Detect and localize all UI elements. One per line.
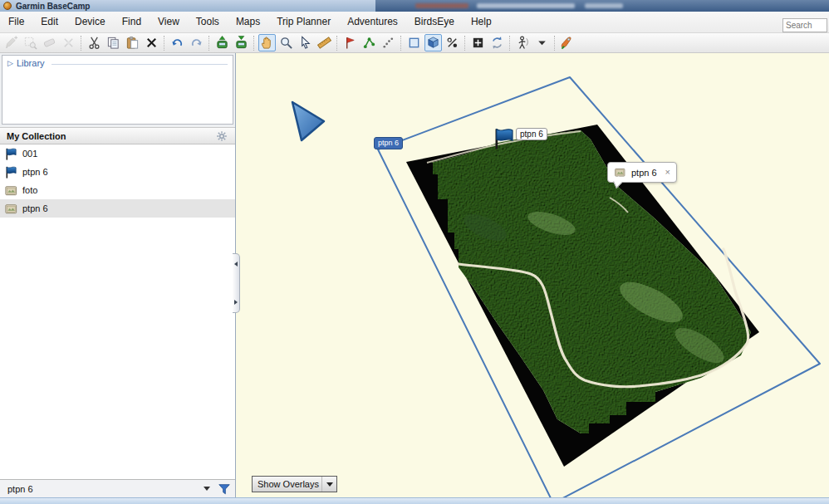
- square-icon: [407, 36, 421, 50]
- red-flag-icon: [343, 36, 357, 50]
- adventures-publish-button[interactable]: [559, 34, 576, 51]
- percent-icon: [445, 36, 459, 50]
- photo-tooltip-label: ptpn 6: [631, 168, 657, 178]
- select-region-button[interactable]: [22, 34, 39, 51]
- collection-item-001[interactable]: 001: [0, 144, 235, 163]
- tooltip-close-button[interactable]: ×: [665, 168, 670, 177]
- area-view-button[interactable]: [405, 34, 423, 51]
- scissors-icon: [87, 36, 101, 50]
- menu-item-maps[interactable]: Maps: [228, 12, 268, 32]
- menu-item-adventures[interactable]: Adventures: [339, 12, 406, 32]
- sync-device-button[interactable]: [488, 34, 506, 51]
- filter-dropdown-caret-icon[interactable]: [204, 487, 210, 491]
- pan-tool-button[interactable]: [258, 34, 276, 51]
- list-item-label: ptpn 6: [22, 167, 48, 177]
- toolbar: [0, 33, 829, 53]
- cursor-arrow-icon: [298, 36, 312, 50]
- library-panel: ▷ Library: [2, 55, 233, 125]
- collection-item-ptpn6-waypoint[interactable]: ptpn 6: [0, 163, 235, 181]
- menu-item-tools[interactable]: Tools: [188, 12, 228, 32]
- collection-item-ptpn6-photo[interactable]: ptpn 6: [0, 199, 235, 218]
- menu-item-trip-planner[interactable]: Trip Planner: [268, 12, 339, 32]
- sidebar: ▷ Library My Collection 001 ptpn 6: [0, 53, 236, 497]
- new-item-button[interactable]: [2, 34, 20, 51]
- device-upload-icon: [215, 36, 229, 50]
- new-track-button[interactable]: [380, 34, 397, 51]
- collapse-right-arrow-icon: [234, 300, 238, 305]
- activity-profile-caret[interactable]: [533, 34, 551, 51]
- send-to-device-button[interactable]: [213, 34, 231, 51]
- collection-filter-bar: ptpn 6: [0, 479, 235, 497]
- my-collection-header: My Collection: [0, 127, 235, 144]
- select-tool-button[interactable]: [297, 34, 314, 51]
- track-dots-icon: [381, 36, 395, 50]
- erase-button[interactable]: [41, 34, 58, 51]
- magnifier-icon: [279, 36, 293, 50]
- refresh-arrows-icon: [490, 36, 504, 50]
- pencil-icon: [4, 36, 18, 50]
- receive-from-device-button[interactable]: [233, 34, 250, 51]
- birdseye-selection-tag[interactable]: ptpn 6: [374, 137, 403, 149]
- menu-item-birdseye[interactable]: BirdsEye: [406, 12, 463, 32]
- copy-button[interactable]: [105, 34, 122, 51]
- redo-arrow-icon: [189, 36, 204, 50]
- cut-button[interactable]: [86, 34, 103, 51]
- list-item-label: 001: [22, 149, 37, 159]
- collection-item-foto[interactable]: foto: [0, 181, 235, 199]
- menu-item-device[interactable]: Device: [66, 12, 114, 32]
- window-title: Garmin BaseCamp: [16, 2, 90, 11]
- paste-button[interactable]: [124, 34, 141, 51]
- menu-item-view[interactable]: View: [150, 12, 188, 32]
- zoom-tool-button[interactable]: [277, 34, 295, 51]
- hand-icon: [260, 36, 274, 50]
- window-bottom-edge: [0, 497, 829, 504]
- device-download-icon: [234, 36, 248, 50]
- new-waypoint-button[interactable]: [341, 34, 359, 51]
- view-3d-button[interactable]: [424, 34, 442, 51]
- undo-button[interactable]: [169, 34, 186, 51]
- delete-x-icon: [145, 36, 159, 50]
- ruler-icon: [317, 36, 331, 50]
- measure-tool-button[interactable]: [316, 34, 333, 51]
- route-icon: [362, 36, 376, 50]
- waypoint-label[interactable]: ptpn 6: [516, 128, 547, 140]
- clipboard-icon: [125, 36, 140, 50]
- collection-list: 001 ptpn 6 foto ptpn 6: [0, 144, 235, 479]
- filter-funnel-icon[interactable]: [218, 482, 231, 496]
- new-route-button[interactable]: [361, 34, 378, 51]
- my-collection-title: My Collection: [7, 131, 66, 141]
- library-label[interactable]: Library: [17, 58, 45, 68]
- blue-flag-icon: [4, 147, 18, 161]
- person-icon: [516, 36, 530, 50]
- redo-button[interactable]: [188, 34, 205, 51]
- activity-profile-button[interactable]: [514, 34, 532, 51]
- delete-button[interactable]: [143, 34, 160, 51]
- search-input[interactable]: [782, 18, 827, 32]
- center-map-button[interactable]: [469, 34, 487, 51]
- library-expander-icon[interactable]: ▷: [7, 59, 13, 67]
- rocket-icon: [561, 36, 575, 50]
- position-arrow-icon[interactable]: [292, 102, 324, 140]
- menu-item-help[interactable]: Help: [463, 12, 500, 32]
- photo-icon: [4, 202, 18, 216]
- collection-settings-button[interactable]: [215, 130, 228, 143]
- undo-arrow-icon: [170, 36, 184, 50]
- chevron-down-icon: [326, 482, 333, 487]
- sidebar-collapse-handle[interactable]: [233, 253, 240, 313]
- menu-item-find[interactable]: Find: [114, 12, 150, 32]
- app-logo-icon: [3, 2, 12, 10]
- marquee-select-icon: [23, 36, 37, 50]
- photo-tooltip[interactable]: ptpn 6 ×: [607, 162, 677, 183]
- chevron-down-icon: [535, 36, 549, 50]
- list-item-label: ptpn 6: [22, 203, 48, 213]
- filter-value[interactable]: ptpn 6: [7, 484, 33, 494]
- show-overlays-label: Show Overlays: [253, 479, 319, 489]
- photo-icon: [4, 183, 18, 198]
- cube-3d-icon: [426, 36, 440, 50]
- menu-item-edit[interactable]: Edit: [32, 12, 66, 32]
- show-overlays-dropdown[interactable]: Show Overlays: [252, 476, 337, 492]
- map-canvas[interactable]: ptpn 6 ptpn 6 ptpn 6 × Show Overlays: [236, 53, 829, 497]
- divide-button[interactable]: [60, 34, 77, 51]
- menu-item-file[interactable]: File: [0, 12, 32, 32]
- detail-level-button[interactable]: [444, 34, 461, 51]
